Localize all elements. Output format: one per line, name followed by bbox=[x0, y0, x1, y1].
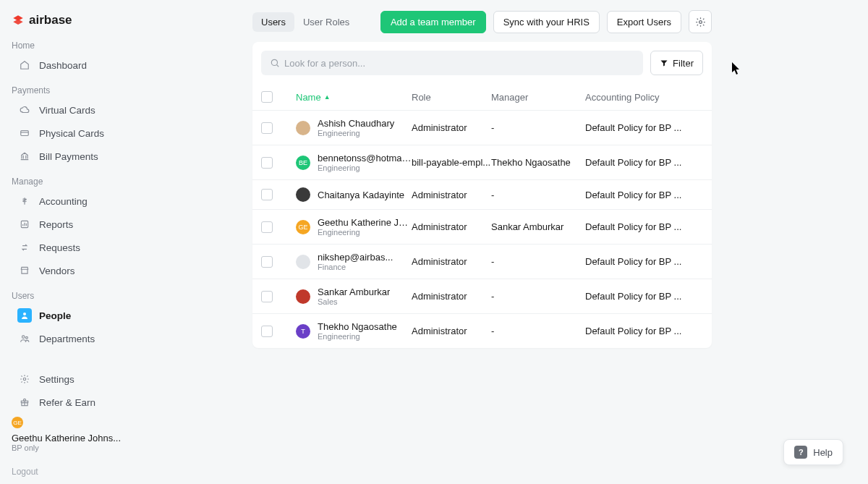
nav-vendors[interactable]: Vendors bbox=[12, 259, 156, 282]
table-row[interactable]: Chaitanya Kadayinte Administrator - Defa… bbox=[252, 179, 712, 209]
nav-people[interactable]: People bbox=[12, 304, 156, 327]
svg-point-10 bbox=[271, 59, 277, 65]
row-name: Geethu Katherine Jo... bbox=[318, 217, 412, 228]
add-team-member-button[interactable]: Add a team member bbox=[380, 11, 486, 33]
people-icon bbox=[17, 331, 32, 346]
row-avatar: GE bbox=[296, 220, 310, 234]
nav-label: Bill Payments bbox=[39, 151, 98, 162]
nav-settings[interactable]: Settings bbox=[12, 368, 156, 391]
row-dept: Engineering bbox=[318, 164, 412, 172]
row-manager: - bbox=[491, 291, 585, 302]
svg-rect-0 bbox=[21, 131, 29, 136]
row-dept: Engineering bbox=[318, 129, 394, 137]
row-policy: Default Policy for BP ... bbox=[585, 256, 694, 267]
col-header-policy[interactable]: Accounting Policy bbox=[585, 92, 694, 103]
table-row[interactable]: GE Geethu Katherine Jo... Engineering Ad… bbox=[252, 209, 712, 244]
logout-link[interactable]: Logout bbox=[12, 467, 156, 477]
svg-line-11 bbox=[276, 64, 278, 67]
settings-gear-button[interactable] bbox=[689, 10, 712, 33]
filter-button[interactable]: Filter bbox=[650, 51, 703, 75]
gear-icon bbox=[17, 372, 32, 386]
row-checkbox[interactable] bbox=[261, 157, 273, 169]
row-dept: Engineering bbox=[318, 332, 397, 341]
col-header-role[interactable]: Role bbox=[412, 92, 491, 103]
table-row[interactable]: T Thekho Ngaosathe Engineering Administr… bbox=[252, 313, 712, 348]
dollar-icon bbox=[17, 194, 32, 208]
chart-icon bbox=[17, 217, 32, 232]
store-icon bbox=[17, 263, 32, 278]
export-users-button[interactable]: Export Users bbox=[607, 11, 681, 33]
row-avatar: BE bbox=[296, 156, 310, 170]
gift-icon bbox=[17, 395, 32, 409]
nav-departments[interactable]: Departments bbox=[12, 327, 156, 350]
search-input[interactable] bbox=[284, 58, 634, 69]
row-checkbox[interactable] bbox=[261, 122, 273, 134]
table-row[interactable]: BE bennetonss@hotmail.... Engineering bi… bbox=[252, 145, 712, 179]
nav-dashboard[interactable]: Dashboard bbox=[12, 54, 156, 77]
nav-accounting[interactable]: Accounting bbox=[12, 190, 156, 213]
row-role: Administrator bbox=[412, 190, 491, 200]
home-icon bbox=[17, 58, 32, 72]
help-widget[interactable]: ? Help bbox=[783, 439, 843, 465]
cloud-icon bbox=[17, 103, 32, 117]
row-avatar: T bbox=[296, 324, 310, 339]
svg-point-9 bbox=[699, 20, 702, 23]
nav-physical-cards[interactable]: Physical Cards bbox=[12, 122, 156, 145]
tab-users[interactable]: Users bbox=[252, 12, 294, 32]
row-dept: Finance bbox=[318, 263, 393, 271]
nav-label: People bbox=[39, 310, 71, 321]
help-icon: ? bbox=[794, 446, 807, 459]
col-header-name[interactable]: Name ▲ bbox=[296, 92, 412, 103]
nav-heading-payments: Payments bbox=[12, 85, 156, 95]
bank-icon bbox=[17, 149, 32, 164]
row-role: bill-payable-empl... bbox=[412, 157, 491, 168]
row-role: Administrator bbox=[412, 221, 491, 232]
tab-group: Users User Roles bbox=[252, 12, 358, 32]
nav-heading-users: Users bbox=[12, 291, 156, 301]
topbar: Users User Roles Add a team member Sync … bbox=[156, 10, 712, 42]
row-dept: Sales bbox=[318, 297, 390, 306]
airbase-logo-icon bbox=[12, 14, 25, 27]
col-header-manager[interactable]: Manager bbox=[491, 92, 585, 103]
nav-heading-home: Home bbox=[12, 41, 156, 51]
tab-user-roles[interactable]: User Roles bbox=[294, 12, 358, 32]
card-icon bbox=[17, 126, 32, 140]
nav-reports[interactable]: Reports bbox=[12, 213, 156, 236]
row-policy: Default Policy for BP ... bbox=[585, 221, 694, 232]
nav-bill-payments[interactable]: Bill Payments bbox=[12, 145, 156, 168]
table-body: Ashish Chaudhary Engineering Administrat… bbox=[252, 110, 712, 348]
filter-label: Filter bbox=[673, 58, 694, 69]
row-checkbox[interactable] bbox=[261, 291, 273, 302]
gear-icon bbox=[695, 17, 706, 27]
table-header-row: Name ▲ Role Manager Accounting Policy bbox=[252, 84, 712, 110]
row-checkbox[interactable] bbox=[261, 256, 273, 268]
nav-refer[interactable]: Refer & Earn bbox=[12, 391, 156, 414]
nav-label: Dashboard bbox=[39, 60, 87, 71]
row-manager: - bbox=[491, 122, 585, 133]
row-checkbox[interactable] bbox=[261, 189, 273, 200]
filter-icon bbox=[660, 59, 668, 67]
row-manager: Thekho Ngaosathe bbox=[491, 157, 585, 168]
nav-label: Departments bbox=[39, 334, 95, 344]
select-all-checkbox[interactable] bbox=[261, 91, 273, 103]
current-user-block[interactable]: GE Geethu Katherine Johns... BP only bbox=[12, 414, 156, 457]
table-row[interactable]: Sankar Amburkar Sales Administrator - De… bbox=[252, 279, 712, 313]
row-role: Administrator bbox=[412, 291, 491, 302]
row-checkbox[interactable] bbox=[261, 221, 273, 233]
nav-label: Virtual Cards bbox=[39, 105, 95, 116]
row-policy: Default Policy for BP ... bbox=[585, 190, 694, 200]
nav-requests[interactable]: Requests bbox=[12, 236, 156, 259]
nav-virtual-cards[interactable]: Virtual Cards bbox=[12, 98, 156, 122]
brand-logo[interactable]: airbase bbox=[12, 13, 156, 27]
users-card: Filter Name ▲ Role Manager Accounting Po… bbox=[252, 42, 712, 348]
row-policy: Default Policy for BP ... bbox=[585, 157, 694, 168]
sync-hris-button[interactable]: Sync with your HRIS bbox=[493, 11, 600, 33]
row-role: Administrator bbox=[412, 122, 491, 133]
search-box[interactable] bbox=[261, 51, 643, 75]
nav-label: Physical Cards bbox=[39, 128, 104, 139]
row-role: Administrator bbox=[412, 256, 491, 267]
table-row[interactable]: Ashish Chaudhary Engineering Administrat… bbox=[252, 110, 712, 145]
table-row[interactable]: nikshep@airbas... Finance Administrator … bbox=[252, 244, 712, 279]
row-checkbox[interactable] bbox=[261, 326, 273, 337]
row-name: Thekho Ngaosathe bbox=[318, 321, 397, 332]
